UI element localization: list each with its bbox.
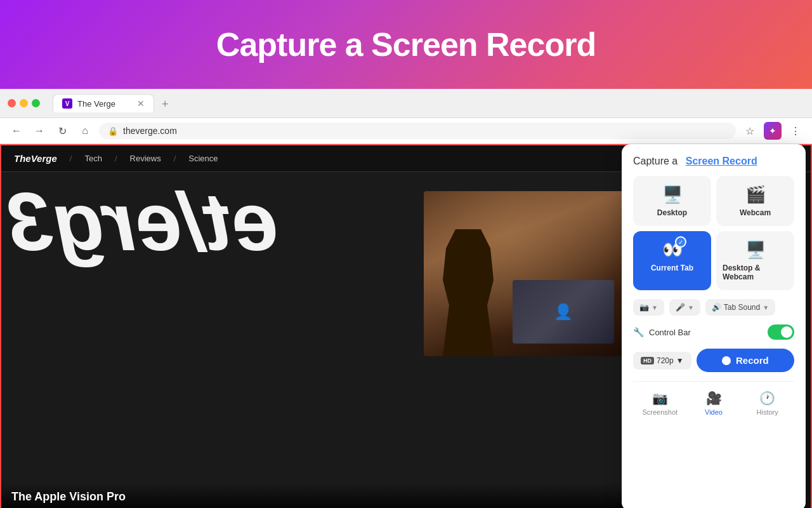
video-icon: 🎥 [706,391,722,406]
current-tab-icon-wrap: 👀 ✓ [662,240,683,260]
control-bar-text: Control Bar [649,328,691,337]
check-mark: ✓ [675,236,686,248]
quality-caret-icon: ▼ [676,356,684,365]
hero-title: The Apple Vision Pro [11,490,648,504]
source-desktop-webcam-button[interactable]: 🖥️ Desktop & Webcam [716,231,794,290]
control-bar-toggle[interactable] [768,324,794,340]
header-banner: Capture a Screen Record [0,0,812,89]
verge-logo: TheVerge [14,153,57,164]
tv-screen: 👤 [513,280,614,344]
mic-caret-icon: ▼ [688,304,694,311]
source-desktop-label: Desktop [657,208,687,217]
tab-video[interactable]: 🎥 Video [687,388,741,418]
sound-label: Tab Sound [724,303,760,312]
traffic-lights [8,99,40,107]
active-tab[interactable]: V The Verge ✕ [53,94,154,112]
panel-header-blue: Screen Record [686,156,757,167]
forward-button[interactable]: → [30,122,48,140]
toolbar-right: ☆ ✦ ⋮ [741,122,804,140]
history-icon: 🕐 [759,391,775,406]
mic-off-icon: 🎤 [676,303,685,312]
browser-toolbar: ← → ↻ ⌂ 🔒 theverge.com ☆ ✦ ⋮ [0,117,812,144]
camera-caret-icon: ▼ [652,304,658,311]
back-button[interactable]: ← [8,122,25,140]
home-button[interactable]: ⌂ [76,122,94,140]
sound-control-button[interactable]: 🔊 Tab Sound ▼ [705,299,775,316]
mic-control-button[interactable]: 🎤 ▼ [669,299,700,316]
hero-bottom-text: The Apple Vision Pro [1,483,658,508]
lock-icon: 🔒 [108,126,118,136]
extension-icon[interactable]: ✦ [764,122,782,140]
close-button[interactable] [8,99,16,107]
verge-big-logo: et/erg3 [8,185,278,259]
source-webcam-button[interactable]: 🎬 Webcam [716,176,794,226]
page-area: TheVerge / Tech / Reviews / Science et/e… [0,144,812,508]
source-desktop-button[interactable]: 🖥️ Desktop [633,176,711,226]
control-bar-row: 🔧 Control Bar [633,324,794,340]
sound-icon: 🔊 [712,303,721,312]
nav-tech[interactable]: Tech [84,154,102,163]
hero-video: 👤 [424,191,639,356]
source-current-tab-button[interactable]: 👀 ✓ Current Tab [633,231,711,290]
nav-reviews[interactable]: Reviews [130,154,161,163]
source-desktop-webcam-label: Desktop & Webcam [723,264,788,281]
wrench-icon: 🔧 [633,327,644,337]
new-tab-button[interactable]: + [157,97,174,112]
record-label: Record [736,355,769,366]
nav-science[interactable]: Science [188,154,218,163]
maximize-button[interactable] [32,99,40,107]
tab-favicon: V [62,98,72,109]
panel-header-normal: Capture a [633,156,678,167]
menu-button[interactable]: ⋮ [787,122,804,140]
control-bar-label: 🔧 Control Bar [633,327,691,337]
tab-bar: V The Verge ✕ + [53,94,174,112]
bookmark-button[interactable]: ☆ [741,122,759,140]
quality-button[interactable]: HD 720p ▼ [633,352,691,370]
tab-history[interactable]: 🕐 History [740,388,794,418]
record-row: HD 720p ▼ Record [633,349,794,372]
source-grid: 🖥️ Desktop 🎬 Webcam 👀 ✓ Current Tab 🖥️ D… [633,176,794,290]
reload-button[interactable]: ↻ [53,122,71,140]
controls-row: 📷̶ ▼ 🎤 ▼ 🔊 Tab Sound ▼ [633,299,794,316]
camera-off-icon: 📷̶ [639,303,649,312]
desktop-webcam-icon: 🖥️ [745,240,766,260]
tab-screenshot[interactable]: 📷 Screenshot [633,388,687,418]
webcam-icon: 🎬 [745,185,766,204]
record-dot [722,356,731,365]
sound-caret-icon: ▼ [763,304,769,311]
page-title: Capture a Screen Record [216,25,596,64]
camera-control-button[interactable]: 📷̶ ▼ [633,299,664,316]
browser-chrome: V The Verge ✕ + ← → ↻ ⌂ 🔒 theverge.com ☆… [0,89,812,144]
desktop-icon: 🖥️ [662,185,683,204]
person-silhouette [436,229,500,356]
tab-close-button[interactable]: ✕ [137,98,145,109]
url-text: theverge.com [123,126,177,136]
browser-titlebar: V The Verge ✕ + [0,89,812,117]
source-current-tab-label: Current Tab [651,264,693,272]
address-bar[interactable]: 🔒 theverge.com [99,123,736,139]
capture-panel: Capture a Screen Record 🖥️ Desktop 🎬 Web… [622,144,806,508]
tab-title: The Verge [77,99,115,109]
resolution-label: 720p [657,356,674,365]
bottom-tabs: 📷 Screenshot 🎥 Video 🕐 History [633,381,794,418]
minimize-button[interactable] [20,99,28,107]
video-tab-label: Video [705,408,723,416]
source-webcam-label: Webcam [740,208,771,217]
record-button[interactable]: Record [697,349,794,372]
screenshot-icon: 📷 [652,391,668,406]
verge-hero: et/erg3 👤 The Apple Vision Pro [1,172,658,508]
panel-header: Capture a Screen Record [633,156,794,167]
history-tab-label: History [757,408,778,416]
screenshot-tab-label: Screenshot [643,408,678,416]
tv-face: 👤 [513,280,614,344]
hd-badge: HD [641,357,654,364]
